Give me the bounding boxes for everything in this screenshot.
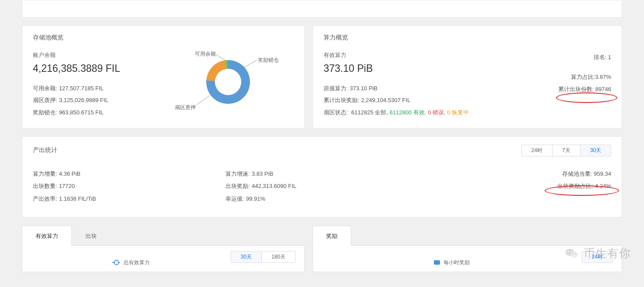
effective-power-label: 有效算力 (324, 51, 558, 59)
storage-panel: 存储池概览 账户余额 4,216,385.3889 FIL 可用余额:127,5… (22, 25, 305, 128)
balance-value: 4,216,385.3889 FIL (33, 63, 171, 74)
output-panel: 产出统计 24时 7天 30天 算力增量:4.36 PiB 出块数量:17720… (22, 136, 622, 217)
block-reward-ratio: 出块奖励占比:4.24% (419, 180, 611, 193)
block-count: 出块数量:17720 (33, 180, 225, 193)
top-bar-placeholder (22, 0, 622, 18)
svg-line-2 (197, 95, 211, 105)
tab-block[interactable]: 出块 (72, 226, 110, 246)
svg-line-0 (216, 54, 226, 61)
svg-point-4 (571, 252, 578, 258)
raw-power: 原值算力:373.10 PiB (324, 82, 558, 94)
wechat-icon (564, 245, 580, 261)
rank: 排名: 1 (558, 51, 611, 63)
pie-label-pledge: 扇区质押 (175, 104, 196, 111)
cumulative-reward: 累计出块奖励:2,249,104.5307 FIL (324, 94, 558, 106)
pool-equivalent: 存储池当量:959.34 (419, 168, 611, 181)
luck-value: 幸运值:99.91% (225, 193, 418, 206)
power-panel: 算力概览 有效算力 373.10 PiB 原值算力:373.10 PiB 累计出… (313, 25, 622, 128)
power-panel-title: 算力概览 (313, 26, 622, 47)
legend-total-power: 总有效算力 (32, 251, 231, 266)
watermark: 币生有你 (564, 245, 631, 261)
storage-panel-title: 存储池概览 (22, 26, 304, 47)
reward-lock: 奖励锁仓:963,850.6715 FIL (33, 106, 171, 118)
effective-power-chart-panel: 有效算力 出块 总有效算力 30天 180天 (22, 225, 305, 272)
effective-power-value: 373.10 PiB (324, 63, 558, 74)
available-balance: 可用余额:127,507.7185 FIL (33, 82, 171, 94)
output-range-tabs: 24时 7天 30天 (521, 145, 611, 156)
subtab-180d[interactable]: 180天 (261, 252, 295, 262)
line-marker-icon (112, 262, 120, 263)
cumulative-block-count: 累计出块份数: 89746 (558, 83, 611, 95)
svg-point-7 (573, 253, 574, 254)
balance-pie-chart: 可用余额 奖励锁仓 扇区质押 (171, 51, 294, 118)
bar-legend-icon (434, 260, 440, 265)
svg-point-5 (568, 251, 569, 252)
sector-status: 扇区状态: 6112825 全部, 6112800 有效, 0 错误, 0 恢复… (324, 106, 558, 118)
legend-hourly-reward: 每小时奖励 (322, 251, 582, 266)
svg-point-6 (571, 251, 572, 252)
block-reward: 出块奖励:442,313.6090 FIL (225, 180, 418, 193)
tab-24h[interactable]: 24时 (522, 145, 552, 156)
tab-effective-power[interactable]: 有效算力 (22, 226, 72, 246)
output-title: 产出统计 (33, 146, 57, 154)
power-growth: 算力增量:4.36 PiB (33, 168, 225, 181)
pie-label-available: 可用余额 (195, 50, 216, 58)
balance-label: 账户余额 (33, 51, 171, 59)
output-efficiency: 产出效率:1.1638 FIL/TiB (33, 193, 225, 206)
pie-label-lock: 奖励锁仓 (258, 57, 279, 64)
sector-pledge: 扇区质押:3,125,026.9989 FIL (33, 94, 171, 106)
tab-reward[interactable]: 奖励 (313, 226, 351, 246)
svg-point-8 (575, 253, 576, 254)
tab-7d[interactable]: 7天 (552, 145, 580, 156)
power-occupy: 算力占比:3.87% (558, 71, 611, 83)
tab-30d[interactable]: 30天 (580, 145, 611, 156)
power-chart-range-tabs: 30天 180天 (231, 251, 296, 263)
subtab-30d[interactable]: 30天 (231, 252, 261, 262)
power-speed: 算力增速:3.83 PiB (225, 168, 418, 181)
